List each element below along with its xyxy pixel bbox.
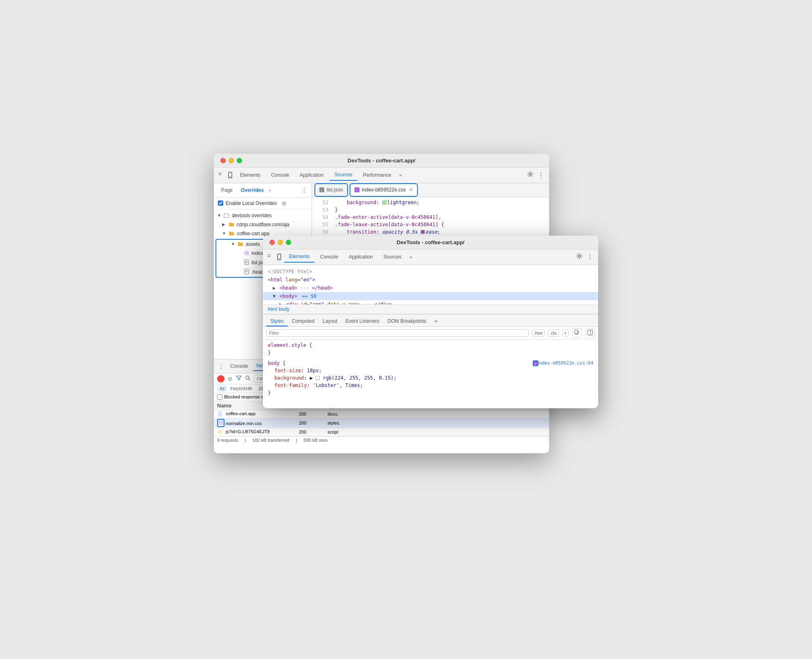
styles-content: element.style { } body { c bbox=[263, 340, 598, 408]
svg-rect-29 bbox=[574, 330, 578, 333]
styles-filter-input[interactable] bbox=[266, 329, 529, 337]
minimize-button[interactable] bbox=[229, 158, 234, 163]
cursor-icon[interactable] bbox=[217, 171, 225, 179]
pseudo-hov-button[interactable]: :hov bbox=[532, 329, 545, 337]
bg-color-swatch bbox=[316, 376, 320, 380]
svg-rect-23 bbox=[269, 254, 270, 255]
sidebar-tab-overrides[interactable]: Overrides bbox=[238, 186, 267, 195]
settings-icon-back[interactable] bbox=[525, 169, 535, 181]
html-html[interactable]: <html lang="en"> bbox=[263, 276, 598, 284]
filter-button[interactable] bbox=[236, 375, 242, 382]
network-row-normalize[interactable]: normalize.min.css 200 styles. bbox=[214, 418, 549, 428]
styles-tab-dom-breakpoints[interactable]: DOM Breakpoints bbox=[384, 317, 431, 326]
html-div-app[interactable]: ▶ <div id="app" data-v-app> ··· </div> bbox=[263, 300, 598, 304]
styles-tab-layout[interactable]: Layout bbox=[319, 317, 341, 326]
clear-button[interactable]: ⊘ bbox=[228, 376, 233, 382]
mobile-icon[interactable] bbox=[226, 171, 234, 179]
enable-overrides-label[interactable]: Enable Local Overrides bbox=[218, 200, 277, 206]
traffic-lights-front[interactable] bbox=[269, 240, 291, 245]
folder-icon-coffee-cart bbox=[229, 230, 234, 237]
sidebar-dots[interactable]: ⋮ bbox=[301, 186, 307, 194]
filter-type-all[interactable]: All bbox=[217, 385, 227, 392]
sidebar-tabs-back: Page Overrides » ⋮ bbox=[214, 183, 312, 198]
main-content-front: <!DOCTYPE html> <html lang="en"> ▶ <head… bbox=[263, 265, 598, 408]
enable-overrides-checkbox[interactable] bbox=[218, 200, 223, 206]
no-icon[interactable]: ⊘ bbox=[282, 200, 287, 207]
styles-tab-more[interactable]: » bbox=[431, 317, 442, 326]
html-doctype[interactable]: <!DOCTYPE html> bbox=[263, 268, 598, 276]
sidebar-tab-page[interactable]: Page bbox=[218, 186, 236, 195]
json-file-icon bbox=[244, 259, 249, 266]
styles-toolbar: :hov .cls + bbox=[263, 327, 598, 340]
tab-console-bottom[interactable]: Console bbox=[227, 362, 251, 371]
normalize-icon-highlight bbox=[217, 419, 224, 427]
row-type-normalize: styles. bbox=[327, 421, 360, 425]
toggle-sidebar-button[interactable] bbox=[585, 328, 595, 338]
html-head[interactable]: ▶ <head> ··· </head> bbox=[263, 284, 598, 292]
file-tab-css[interactable]: c index-b859522e.css ✕ bbox=[350, 183, 418, 197]
tree-item-devtools-overrides[interactable]: ▼ devtools overrides bbox=[214, 211, 312, 220]
svg-rect-25 bbox=[278, 254, 281, 260]
pseudo-cls-button[interactable]: .cls bbox=[548, 329, 559, 337]
code-line-56: 56 transition: opacity 0.5s ease; bbox=[312, 228, 549, 236]
tree-item-cdnjs[interactable]: ▶ cdnjs.cloudflare.com/aja bbox=[214, 220, 312, 229]
close-button[interactable] bbox=[220, 158, 226, 163]
filter-type-fetch[interactable]: Fetch/XHR bbox=[228, 385, 255, 392]
bottom-dots-icon[interactable]: ⋮ bbox=[217, 361, 225, 372]
tab-more-front[interactable]: » bbox=[407, 253, 415, 261]
expand-icon-assets: ▼ bbox=[231, 242, 236, 246]
body-rule-source[interactable]: c ndex-b859522e.css:64 bbox=[533, 360, 593, 368]
tab-sources-front[interactable]: Sources bbox=[379, 252, 406, 262]
html-tree: <!DOCTYPE html> <html lang="en"> ▶ <head… bbox=[263, 265, 598, 304]
search-button[interactable] bbox=[245, 375, 251, 382]
maximize-button[interactable] bbox=[237, 158, 242, 163]
breadcrumb-html[interactable]: html bbox=[268, 306, 277, 312]
window-title-back: DevTools - coffee-cart.app/ bbox=[348, 157, 415, 164]
tab-console-front[interactable]: Console bbox=[315, 252, 343, 262]
copy-button[interactable] bbox=[572, 328, 582, 338]
file-tabs-back: j list.json c index-b859522e.css ✕ bbox=[312, 183, 549, 197]
row-type-js: script bbox=[327, 430, 360, 434]
tab-elements-back[interactable]: Elements bbox=[235, 170, 265, 180]
tab-sources-back[interactable]: Sources bbox=[330, 169, 357, 181]
svg-rect-30 bbox=[588, 330, 592, 335]
more-options-icon-front[interactable]: ⋮ bbox=[585, 252, 595, 263]
css-file-icon: css bbox=[244, 250, 249, 257]
tab-performance-back[interactable]: Performance bbox=[358, 170, 396, 180]
svg-rect-18 bbox=[218, 412, 222, 416]
tab-application-back[interactable]: Application bbox=[295, 170, 329, 180]
tree-label-devtools-overrides: devtools overrides bbox=[232, 213, 308, 218]
add-style-rule-button[interactable]: + bbox=[562, 329, 569, 337]
network-row-coffee-cart[interactable]: coffee-cart.app 200 docu. bbox=[214, 410, 549, 418]
blocked-cookies-checkbox[interactable] bbox=[217, 394, 222, 400]
folder-icon-cdnjs bbox=[229, 221, 234, 228]
file-tab-json[interactable]: j list.json bbox=[314, 183, 348, 197]
svg-rect-3 bbox=[220, 174, 221, 175]
network-status-bar: 9 requests | 182 kB transferred | 595 kB… bbox=[214, 436, 549, 444]
row-status-js: 200 bbox=[299, 430, 327, 434]
styles-tab-event-listeners[interactable]: Event Listeners bbox=[341, 317, 384, 326]
tab-elements-front[interactable]: Elements bbox=[284, 251, 314, 263]
svg-point-16 bbox=[246, 376, 249, 379]
breadcrumb-body[interactable]: body bbox=[279, 306, 289, 312]
close-tab-icon[interactable]: ✕ bbox=[409, 187, 413, 193]
sidebar-tab-more[interactable]: » bbox=[269, 188, 271, 193]
close-button-front[interactable] bbox=[269, 240, 275, 245]
tab-more-back[interactable]: » bbox=[397, 171, 404, 179]
minimize-button-front[interactable] bbox=[278, 240, 283, 245]
cursor-icon-front[interactable] bbox=[266, 253, 274, 261]
tab-application-front[interactable]: Application bbox=[344, 252, 378, 262]
styles-tab-styles[interactable]: Styles bbox=[266, 317, 288, 326]
network-row-js[interactable]: js?id=G-LB75G4EJT9 200 script bbox=[214, 428, 549, 436]
tab-console-back[interactable]: Console bbox=[266, 170, 294, 180]
styles-tab-computed[interactable]: Computed bbox=[288, 317, 319, 326]
settings-icon-front[interactable] bbox=[574, 251, 584, 263]
traffic-lights-back[interactable] bbox=[220, 158, 242, 163]
more-options-icon-back[interactable]: ⋮ bbox=[536, 170, 546, 181]
maximize-button-front[interactable] bbox=[286, 240, 291, 245]
record-button[interactable] bbox=[217, 375, 224, 382]
html-body[interactable]: ▼ <body> == $0 bbox=[263, 292, 598, 300]
requests-count: 9 requests bbox=[217, 438, 238, 443]
mobile-icon-front[interactable] bbox=[275, 253, 283, 261]
styles-panel: Styles Computed Layout Event Listeners D… bbox=[263, 314, 598, 408]
